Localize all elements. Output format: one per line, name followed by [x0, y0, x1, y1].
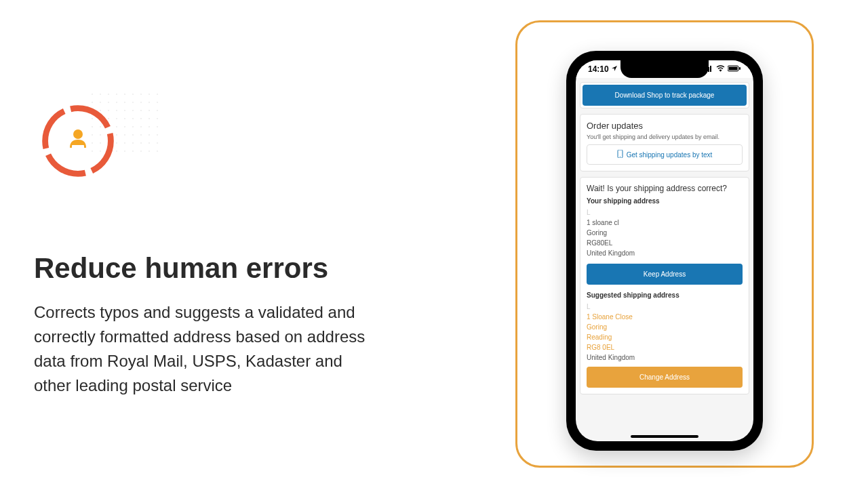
icon-area: [41, 90, 149, 171]
address-validation-card: Wait! Is your shipping address correct? …: [580, 177, 749, 394]
battery-icon: [728, 65, 741, 73]
your-addr-line1: 1 sloane cl: [587, 218, 743, 228]
phone-icon: [617, 150, 623, 159]
your-addr-line2: Goring: [587, 228, 743, 238]
your-addr-name: L: [587, 207, 743, 218]
svg-rect-3: [69, 152, 87, 154]
sugg-postcode: RG8 0EL: [587, 342, 743, 352]
wait-title: Wait! Is your shipping address correct?: [587, 184, 743, 193]
status-time: 14:10: [588, 64, 609, 74]
text-updates-button[interactable]: Get shipping updates by text: [587, 144, 743, 165]
sugg-line2: Goring: [587, 322, 743, 332]
wifi-icon: [716, 65, 725, 73]
suggested-address-label: Suggested shipping address: [587, 291, 743, 299]
order-updates-subtitle: You'll get shipping and delivery updates…: [587, 134, 743, 140]
svg-point-1: [73, 129, 83, 139]
your-address-label: Your shipping address: [587, 197, 743, 205]
svg-rect-2: [72, 145, 84, 152]
location-icon: [611, 64, 618, 74]
right-column: 14:10: [495, 14, 834, 474]
heading: Reduce human errors: [34, 253, 468, 284]
svg-rect-10: [729, 67, 738, 70]
order-updates-card: Order updates You'll get shipping and de…: [580, 114, 749, 171]
svg-rect-11: [739, 67, 741, 70]
your-addr-postcode: RG80EL: [587, 238, 743, 248]
phone-content: Download Shop to track package Order upd…: [576, 78, 753, 404]
download-button[interactable]: Download Shop to track package: [583, 85, 747, 106]
sugg-country: United Kingdom: [587, 352, 743, 363]
phone-screen: 14:10: [576, 60, 753, 441]
person-laptop-icon: [63, 126, 93, 156]
your-addr-country: United Kingdom: [587, 248, 743, 258]
body-text: Corrects typos and suggests a validated …: [34, 300, 373, 398]
sugg-line1: 1 Sloane Close: [587, 312, 743, 322]
sugg-name: L: [587, 302, 743, 312]
svg-point-13: [620, 156, 620, 157]
change-address-button[interactable]: Change Address: [587, 367, 743, 388]
phone-notch: [620, 60, 709, 78]
left-column: Reduce human errors Corrects typos and s…: [34, 90, 495, 398]
keep-address-button[interactable]: Keep Address: [587, 264, 743, 285]
download-card: Download Shop to track package: [580, 82, 749, 108]
svg-point-8: [720, 70, 722, 72]
svg-rect-7: [710, 66, 711, 72]
phone-mockup: 14:10: [566, 51, 763, 451]
order-updates-title: Order updates: [587, 121, 743, 131]
home-indicator: [631, 435, 698, 438]
circle-icon: [41, 104, 115, 178]
text-updates-label: Get shipping updates by text: [627, 151, 713, 159]
sugg-line3: Reading: [587, 332, 743, 342]
